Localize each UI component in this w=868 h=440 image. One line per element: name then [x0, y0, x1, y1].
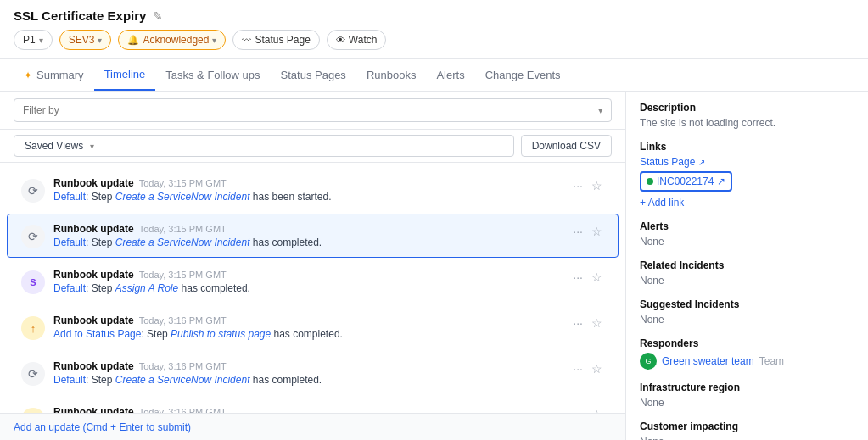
customer-impacting-value: None	[640, 436, 854, 440]
severity-button[interactable]: SEV3 ▾	[59, 30, 112, 50]
event-time: Today, 3:16 PM GMT	[139, 361, 227, 371]
event-item[interactable]: ↑ Runbook update Today, 3:16 PM GMT Add …	[7, 305, 619, 349]
event-type: Runbook update	[53, 360, 134, 372]
links-label: Links	[640, 141, 854, 153]
summary-star-icon: ✦	[24, 70, 32, 81]
avatar: S	[21, 270, 45, 294]
event-time: Today, 3:15 PM GMT	[139, 224, 227, 234]
priority-chevron: ▾	[39, 36, 43, 45]
main-content: ▾ Saved Views ▾ Download CSV ⟳	[0, 92, 868, 440]
tab-status-pages[interactable]: Status Pages	[271, 60, 356, 90]
status-page-label: Status Page	[255, 34, 310, 46]
status-button[interactable]: 🔔 Acknowledged ▾	[118, 30, 226, 50]
event-more-button[interactable]: ···	[571, 177, 585, 194]
tab-summary[interactable]: ✦ Summary	[14, 60, 94, 90]
customer-impacting-section: Customer impacting None	[640, 421, 854, 440]
event-star-button[interactable]: ☆	[590, 360, 604, 377]
alerts-section: Alerts None	[640, 220, 854, 248]
event-star-button[interactable]: ☆	[590, 269, 604, 286]
severity-label: SEV3	[69, 34, 95, 46]
event-item[interactable]: ✦ Runbook update Today, 3:16 PM GMT Defa…	[7, 397, 619, 413]
responder-role: Team	[759, 355, 784, 367]
event-more-button[interactable]: ···	[571, 360, 585, 377]
tab-alerts[interactable]: Alerts	[426, 60, 474, 90]
suggested-incidents-section: Suggested Incidents None	[640, 298, 854, 326]
add-link-label: + Add link	[640, 197, 684, 209]
add-update-label[interactable]: Add an update (Cmd + Enter to submit)	[14, 421, 191, 433]
tab-tasks[interactable]: Tasks & Follow ups	[155, 60, 270, 90]
event-label: Default	[53, 282, 86, 294]
app-container: SSL Certificate Expiry ✎ P1 ▾ SEV3 ▾ 🔔 A…	[0, 0, 868, 440]
tab-timeline[interactable]: Timeline	[94, 59, 156, 91]
inc-status-dot	[647, 178, 653, 185]
event-header: Runbook update Today, 3:15 PM GMT	[53, 177, 563, 189]
event-type: Runbook update	[53, 269, 134, 281]
responder-name[interactable]: Green sweater team	[662, 355, 754, 367]
event-content: Runbook update Today, 3:16 PM GMT Defaul…	[53, 406, 563, 413]
watch-button[interactable]: 👁 Watch	[327, 30, 387, 50]
event-type: Runbook update	[53, 406, 134, 413]
filter-input[interactable]	[14, 98, 612, 122]
edit-icon[interactable]: ✎	[153, 9, 163, 23]
event-header: Runbook update Today, 3:16 PM GMT	[53, 360, 563, 372]
event-time: Today, 3:16 PM GMT	[139, 315, 227, 326]
event-item[interactable]: ⟳ Runbook update Today, 3:16 PM GMT Defa…	[7, 351, 619, 395]
severity-chevron: ▾	[98, 36, 102, 45]
event-star-button[interactable]: ☆	[590, 406, 604, 413]
alerts-label: Alerts	[640, 220, 854, 232]
tabs-bar: ✦ Summary Timeline Tasks & Follow ups St…	[0, 59, 868, 92]
event-label: Default	[53, 237, 86, 248]
filter-bar: ▾	[0, 92, 625, 130]
saved-views-button[interactable]: Saved Views ▾	[14, 135, 514, 157]
event-desc: Default: Step Assign A Role has complete…	[53, 282, 563, 294]
avatar: ⟳	[21, 179, 45, 203]
event-label: Default	[53, 191, 86, 203]
event-more-button[interactable]: ···	[571, 315, 585, 331]
event-actions: ··· ☆	[571, 269, 604, 286]
tab-change-events[interactable]: Change Events	[475, 60, 571, 90]
event-more-button[interactable]: ···	[571, 269, 585, 286]
description-value: The site is not loading correct.	[640, 117, 854, 129]
event-star-button[interactable]: ☆	[590, 315, 604, 331]
event-content: Runbook update Today, 3:16 PM GMT Add to…	[53, 315, 563, 340]
add-link-button[interactable]: + Add link	[640, 197, 854, 209]
event-italic: Create a ServiceNow Incident	[115, 237, 250, 248]
tab-runbooks[interactable]: Runbooks	[356, 60, 427, 90]
event-italic: Create a ServiceNow Incident	[115, 374, 250, 386]
status-page-icon: 〰	[242, 35, 251, 45]
event-more-button[interactable]: ···	[571, 406, 585, 413]
responder-item: G Green sweater team Team	[640, 353, 854, 370]
event-star-button[interactable]: ☆	[590, 177, 604, 194]
suggested-incidents-value: None	[640, 314, 854, 326]
download-csv-button[interactable]: Download CSV	[521, 135, 612, 157]
download-csv-label: Download CSV	[532, 140, 601, 152]
event-item[interactable]: S Runbook update Today, 3:15 PM GMT Defa…	[7, 259, 619, 304]
event-star-button[interactable]: ☆	[590, 223, 604, 240]
responders-label: Responders	[640, 337, 854, 349]
watch-icon: 👁	[336, 35, 345, 45]
customer-impacting-label: Customer impacting	[640, 421, 854, 432]
event-content: Runbook update Today, 3:16 PM GMT Defaul…	[53, 360, 563, 386]
event-actions: ··· ☆	[571, 315, 604, 331]
event-actions: ··· ☆	[571, 177, 604, 194]
inc-link[interactable]: INC0022174 ↗	[640, 171, 732, 192]
toolbar: P1 ▾ SEV3 ▾ 🔔 Acknowledged ▾ 〰 Status Pa…	[14, 30, 854, 58]
event-more-button[interactable]: ···	[571, 223, 585, 240]
event-content: Runbook update Today, 3:15 PM GMT Defaul…	[53, 177, 563, 203]
responder-avatar: G	[640, 353, 657, 370]
avatar: ↑	[21, 316, 45, 340]
event-content: Runbook update Today, 3:15 PM GMT Defaul…	[53, 269, 563, 294]
event-item[interactable]: ⟳ Runbook update Today, 3:15 PM GMT Defa…	[7, 214, 619, 258]
event-item[interactable]: ⟳ Runbook update Today, 3:15 PM GMT Defa…	[7, 168, 619, 212]
add-update-bar[interactable]: Add an update (Cmd + Enter to submit)	[0, 413, 625, 440]
status-chevron: ▾	[212, 36, 216, 45]
event-actions: ··· ☆	[571, 406, 604, 413]
events-list: ⟳ Runbook update Today, 3:15 PM GMT Defa…	[0, 163, 625, 413]
event-italic: Assign A Role	[115, 282, 178, 294]
status-page-button[interactable]: 〰 Status Page	[232, 30, 319, 50]
filter-input-wrap: ▾	[14, 98, 612, 122]
event-desc: Default: Step Create a ServiceNow Incide…	[53, 191, 563, 203]
status-page-link[interactable]: Status Page ↗	[640, 156, 854, 168]
priority-button[interactable]: P1 ▾	[14, 30, 53, 50]
infrastructure-label: Infrastructure region	[640, 382, 854, 393]
